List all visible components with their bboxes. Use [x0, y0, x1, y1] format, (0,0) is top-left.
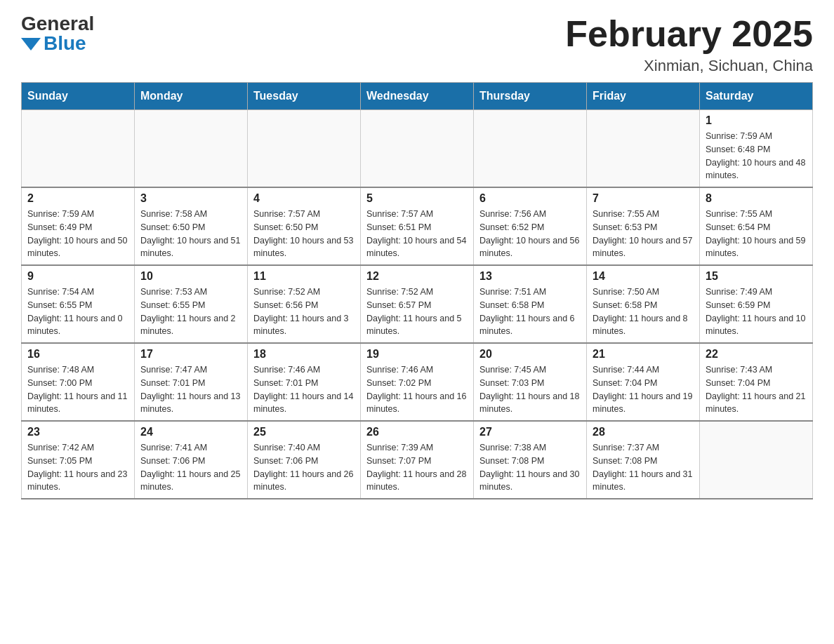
day-info: Sunrise: 7:59 AM Sunset: 6:49 PM Dayligh…	[27, 208, 128, 260]
calendar-day-cell: 16Sunrise: 7:48 AM Sunset: 7:00 PM Dayli…	[22, 343, 135, 421]
logo-general-text: General	[21, 14, 94, 34]
day-info: Sunrise: 7:55 AM Sunset: 6:53 PM Dayligh…	[593, 208, 694, 260]
day-info: Sunrise: 7:42 AM Sunset: 7:05 PM Dayligh…	[27, 441, 128, 494]
logo-blue-text: Blue	[44, 34, 86, 53]
day-info: Sunrise: 7:51 AM Sunset: 6:58 PM Dayligh…	[479, 286, 581, 338]
calendar-day-cell: 19Sunrise: 7:46 AM Sunset: 7:02 PM Dayli…	[361, 343, 474, 421]
day-number: 19	[366, 348, 468, 361]
calendar-table: SundayMondayTuesdayWednesdayThursdayFrid…	[21, 82, 813, 499]
calendar-day-cell: 20Sunrise: 7:45 AM Sunset: 7:03 PM Dayli…	[474, 343, 587, 421]
day-number: 7	[593, 192, 694, 205]
calendar-week-row: 23Sunrise: 7:42 AM Sunset: 7:05 PM Dayli…	[22, 421, 813, 499]
calendar-header-cell: Monday	[135, 83, 248, 110]
calendar-day-cell: 18Sunrise: 7:46 AM Sunset: 7:01 PM Dayli…	[248, 343, 361, 421]
calendar-day-cell: 24Sunrise: 7:41 AM Sunset: 7:06 PM Dayli…	[135, 421, 248, 499]
calendar-day-cell: 27Sunrise: 7:38 AM Sunset: 7:08 PM Dayli…	[474, 421, 587, 499]
calendar-day-cell: 5Sunrise: 7:57 AM Sunset: 6:51 PM Daylig…	[361, 187, 474, 265]
day-number: 16	[27, 348, 128, 361]
calendar-day-cell: 3Sunrise: 7:58 AM Sunset: 6:50 PM Daylig…	[135, 187, 248, 265]
day-number: 28	[593, 426, 694, 438]
main-title: February 2025	[565, 14, 813, 54]
day-number: 2	[27, 192, 128, 205]
calendar-day-cell: 23Sunrise: 7:42 AM Sunset: 7:05 PM Dayli…	[22, 421, 135, 499]
calendar-day-cell: 28Sunrise: 7:37 AM Sunset: 7:08 PM Dayli…	[587, 421, 700, 499]
calendar-week-row: 2Sunrise: 7:59 AM Sunset: 6:49 PM Daylig…	[22, 187, 813, 265]
day-number: 25	[253, 426, 355, 438]
day-number: 6	[479, 192, 581, 205]
day-info: Sunrise: 7:48 AM Sunset: 7:00 PM Dayligh…	[27, 363, 128, 416]
calendar-day-cell: 15Sunrise: 7:49 AM Sunset: 6:59 PM Dayli…	[700, 265, 813, 343]
calendar-header-row: SundayMondayTuesdayWednesdayThursdayFrid…	[22, 83, 813, 110]
day-info: Sunrise: 7:49 AM Sunset: 6:59 PM Dayligh…	[706, 286, 807, 338]
calendar-header-cell: Saturday	[700, 83, 813, 110]
day-info: Sunrise: 7:57 AM Sunset: 6:50 PM Dayligh…	[253, 208, 355, 260]
day-info: Sunrise: 7:40 AM Sunset: 7:06 PM Dayligh…	[253, 441, 355, 494]
day-number: 8	[706, 192, 807, 205]
calendar-day-cell: 2Sunrise: 7:59 AM Sunset: 6:49 PM Daylig…	[22, 187, 135, 265]
day-info: Sunrise: 7:43 AM Sunset: 7:04 PM Dayligh…	[706, 363, 807, 416]
day-info: Sunrise: 7:55 AM Sunset: 6:54 PM Dayligh…	[706, 208, 807, 260]
logo-blue-row: Blue	[21, 34, 86, 53]
calendar-header-cell: Wednesday	[361, 83, 474, 110]
calendar-day-cell: 10Sunrise: 7:53 AM Sunset: 6:55 PM Dayli…	[135, 265, 248, 343]
calendar-day-cell	[474, 110, 587, 188]
calendar-day-cell: 8Sunrise: 7:55 AM Sunset: 6:54 PM Daylig…	[700, 187, 813, 265]
calendar-week-row: 9Sunrise: 7:54 AM Sunset: 6:55 PM Daylig…	[22, 265, 813, 343]
subtitle: Xinmian, Sichuan, China	[565, 57, 813, 75]
day-number: 11	[253, 270, 355, 283]
day-info: Sunrise: 7:41 AM Sunset: 7:06 PM Dayligh…	[140, 441, 241, 494]
day-info: Sunrise: 7:45 AM Sunset: 7:03 PM Dayligh…	[479, 363, 581, 416]
calendar-day-cell	[361, 110, 474, 188]
logo: General Blue	[21, 14, 94, 53]
day-number: 24	[140, 426, 241, 438]
day-info: Sunrise: 7:38 AM Sunset: 7:08 PM Dayligh…	[479, 441, 581, 494]
calendar-week-row: 1Sunrise: 7:59 AM Sunset: 6:48 PM Daylig…	[22, 110, 813, 188]
day-info: Sunrise: 7:39 AM Sunset: 7:07 PM Dayligh…	[366, 441, 468, 494]
calendar-header-cell: Friday	[587, 83, 700, 110]
page-header: General Blue February 2025 Xinmian, Sich…	[21, 14, 813, 75]
day-info: Sunrise: 7:37 AM Sunset: 7:08 PM Dayligh…	[593, 441, 694, 494]
day-info: Sunrise: 7:52 AM Sunset: 6:57 PM Dayligh…	[366, 286, 468, 338]
calendar-day-cell: 7Sunrise: 7:55 AM Sunset: 6:53 PM Daylig…	[587, 187, 700, 265]
day-number: 10	[140, 270, 241, 283]
day-info: Sunrise: 7:57 AM Sunset: 6:51 PM Dayligh…	[366, 208, 468, 260]
calendar-day-cell	[700, 421, 813, 499]
day-info: Sunrise: 7:56 AM Sunset: 6:52 PM Dayligh…	[479, 208, 581, 260]
day-number: 3	[140, 192, 241, 205]
calendar-day-cell: 26Sunrise: 7:39 AM Sunset: 7:07 PM Dayli…	[361, 421, 474, 499]
calendar-day-cell	[248, 110, 361, 188]
calendar-day-cell: 25Sunrise: 7:40 AM Sunset: 7:06 PM Dayli…	[248, 421, 361, 499]
day-number: 4	[253, 192, 355, 205]
calendar-day-cell: 21Sunrise: 7:44 AM Sunset: 7:04 PM Dayli…	[587, 343, 700, 421]
logo-triangle-icon	[21, 38, 41, 51]
calendar-day-cell: 22Sunrise: 7:43 AM Sunset: 7:04 PM Dayli…	[700, 343, 813, 421]
calendar-day-cell: 9Sunrise: 7:54 AM Sunset: 6:55 PM Daylig…	[22, 265, 135, 343]
calendar-day-cell: 12Sunrise: 7:52 AM Sunset: 6:57 PM Dayli…	[361, 265, 474, 343]
day-info: Sunrise: 7:58 AM Sunset: 6:50 PM Dayligh…	[140, 208, 241, 260]
day-number: 20	[479, 348, 581, 361]
day-info: Sunrise: 7:44 AM Sunset: 7:04 PM Dayligh…	[593, 363, 694, 416]
calendar-day-cell	[22, 110, 135, 188]
day-number: 12	[366, 270, 468, 283]
day-number: 9	[27, 270, 128, 283]
day-number: 23	[27, 426, 128, 438]
day-number: 17	[140, 348, 241, 361]
calendar-header-cell: Thursday	[474, 83, 587, 110]
calendar-day-cell: 1Sunrise: 7:59 AM Sunset: 6:48 PM Daylig…	[700, 110, 813, 188]
day-number: 5	[366, 192, 468, 205]
day-number: 22	[706, 348, 807, 361]
calendar-day-cell: 13Sunrise: 7:51 AM Sunset: 6:58 PM Dayli…	[474, 265, 587, 343]
day-number: 27	[479, 426, 581, 438]
day-number: 14	[593, 270, 694, 283]
calendar-day-cell: 4Sunrise: 7:57 AM Sunset: 6:50 PM Daylig…	[248, 187, 361, 265]
day-info: Sunrise: 7:59 AM Sunset: 6:48 PM Dayligh…	[706, 130, 807, 182]
day-info: Sunrise: 7:53 AM Sunset: 6:55 PM Dayligh…	[140, 286, 241, 338]
calendar-day-cell: 17Sunrise: 7:47 AM Sunset: 7:01 PM Dayli…	[135, 343, 248, 421]
day-number: 15	[706, 270, 807, 283]
day-number: 21	[593, 348, 694, 361]
day-number: 1	[706, 114, 807, 127]
day-info: Sunrise: 7:46 AM Sunset: 7:02 PM Dayligh…	[366, 363, 468, 416]
day-number: 26	[366, 426, 468, 438]
day-info: Sunrise: 7:50 AM Sunset: 6:58 PM Dayligh…	[593, 286, 694, 338]
calendar-body: 1Sunrise: 7:59 AM Sunset: 6:48 PM Daylig…	[22, 110, 813, 499]
